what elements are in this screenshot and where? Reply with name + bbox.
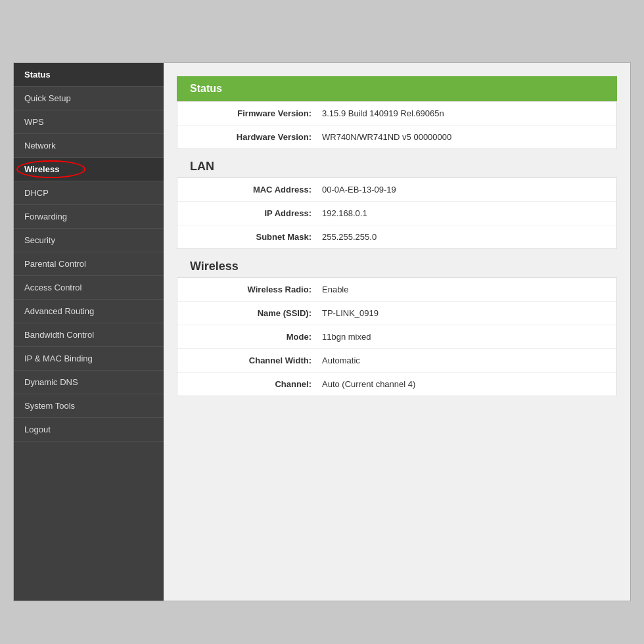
sidebar-item-parental-control[interactable]: Parental Control: [14, 252, 164, 276]
ssid-value: TP-LINK_0919: [322, 308, 379, 318]
subnet-label: Subnet Mask:: [191, 232, 322, 242]
sidebar-item-ip-mac-binding[interactable]: IP & MAC Binding: [14, 347, 164, 371]
content-header-title: Status: [177, 76, 617, 101]
mode-row: Mode: 11bgn mixed: [177, 325, 616, 349]
radio-label: Wireless Radio:: [191, 285, 322, 294]
firmware-section: Firmware Version: 3.15.9 Build 140919 Re…: [177, 101, 617, 149]
subnet-value: 255.255.255.0: [322, 232, 377, 242]
hardware-label: Hardware Version:: [191, 132, 322, 142]
hardware-value: WR740N/WR741ND v5 00000000: [322, 132, 451, 142]
router-ui: StatusQuick SetupWPSNetworkWirelessDHCPF…: [13, 62, 631, 601]
sidebar-item-status[interactable]: Status: [14, 63, 164, 87]
ip-row: IP Address: 192.168.0.1: [177, 202, 616, 225]
hardware-row: Hardware Version: WR740N/WR741ND v5 0000…: [177, 126, 616, 149]
sidebar-item-dynamic-dns[interactable]: Dynamic DNS: [14, 371, 164, 394]
mode-label: Mode:: [191, 332, 322, 342]
lan-title: LAN: [177, 149, 617, 177]
mode-value: 11bgn mixed: [322, 332, 371, 342]
sidebar-item-advanced-routing[interactable]: Advanced Routing: [14, 300, 164, 323]
mode-suffix: bgn mixed: [331, 332, 371, 342]
mac-label: MAC Address:: [191, 185, 322, 195]
outer-wrapper: StatusQuick SetupWPSNetworkWirelessDHCPF…: [0, 0, 644, 644]
sidebar-item-quick-setup[interactable]: Quick Setup: [14, 87, 164, 110]
sidebar-item-security[interactable]: Security: [14, 229, 164, 252]
sidebar-item-logout[interactable]: Logout: [14, 418, 164, 442]
radio-value: Enable: [322, 285, 348, 294]
channel-width-label: Channel Width:: [191, 356, 322, 365]
lan-section: MAC Address: 00-0A-EB-13-09-19 IP Addres…: [177, 177, 617, 249]
sidebar-item-wireless[interactable]: Wireless: [14, 158, 164, 181]
channel-width-row: Channel Width: Automatic: [177, 349, 616, 373]
firmware-label: Firmware Version:: [191, 108, 322, 118]
mode-green: 11: [322, 332, 331, 342]
ip-label: IP Address:: [191, 208, 322, 218]
subnet-row: Subnet Mask: 255.255.255.0: [177, 225, 616, 248]
wireless-title: Wireless: [177, 249, 617, 277]
mac-row: MAC Address: 00-0A-EB-13-09-19: [177, 178, 616, 202]
sidebar: StatusQuick SetupWPSNetworkWirelessDHCPF…: [14, 63, 164, 601]
wireless-section: Wireless Radio: Enable Name (SSID): TP-L…: [177, 277, 617, 396]
main-content: Status Firmware Version: 3.15.9 Build 14…: [164, 63, 630, 601]
ip-value: 192.168.0.1: [322, 208, 367, 218]
sidebar-item-network[interactable]: Network: [14, 134, 164, 158]
ssid-row: Name (SSID): TP-LINK_0919: [177, 302, 616, 325]
channel-label: Channel:: [191, 379, 322, 389]
ssid-label: Name (SSID):: [191, 308, 322, 318]
firmware-row: Firmware Version: 3.15.9 Build 140919 Re…: [177, 102, 616, 126]
firmware-value: 3.15.9 Build 140919 Rel.69065n: [322, 108, 444, 118]
radio-row: Wireless Radio: Enable: [177, 278, 616, 302]
sidebar-item-wps[interactable]: WPS: [14, 110, 164, 134]
channel-row: Channel: Auto (Current channel 4): [177, 373, 616, 396]
sidebar-item-system-tools[interactable]: System Tools: [14, 394, 164, 418]
sidebar-item-dhcp[interactable]: DHCP: [14, 181, 164, 205]
channel-value: Auto (Current channel 4): [322, 379, 415, 389]
sidebar-item-access-control[interactable]: Access Control: [14, 276, 164, 300]
sidebar-item-bandwidth-control[interactable]: Bandwidth Control: [14, 323, 164, 347]
mac-value: 00-0A-EB-13-09-19: [322, 185, 396, 195]
content-body: Firmware Version: 3.15.9 Build 140919 Re…: [164, 101, 630, 601]
channel-width-value: Automatic: [322, 356, 360, 365]
sidebar-item-forwarding[interactable]: Forwarding: [14, 205, 164, 229]
